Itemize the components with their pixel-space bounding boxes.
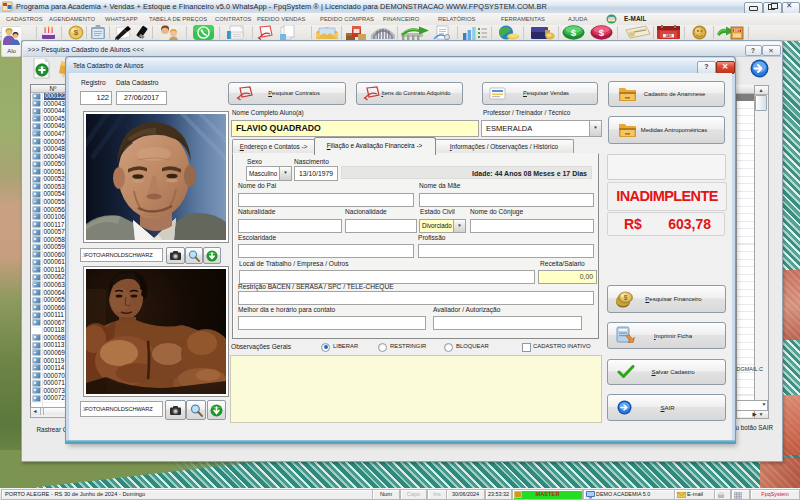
svg-text:$: $ [74,28,79,37]
svg-text:$: $ [599,27,605,38]
svg-text:JAN: JAN [665,34,672,38]
svg-text:$: $ [571,27,577,38]
svg-text:EXIT: EXIT [734,29,741,33]
